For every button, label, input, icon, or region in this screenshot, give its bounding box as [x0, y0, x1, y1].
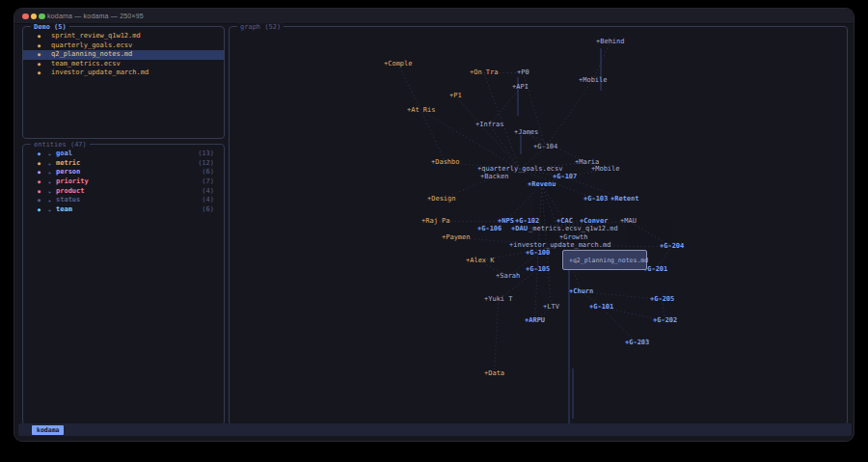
graph-node[interactable]: +Revenu — [528, 181, 556, 188]
entity-type-name: goal — [56, 149, 72, 159]
minimize-window-button[interactable] — [31, 14, 38, 20]
doc-name: investor_update_march.md — [51, 68, 149, 78]
entity-type-name: person — [56, 168, 80, 177]
selected-node-tooltip: +q2_planning_notes.md — [562, 250, 647, 270]
graph-node[interactable]: +Comple — [384, 61, 413, 68]
entity-type-name: product — [56, 187, 85, 197]
graph-node[interactable]: +Yuki T — [484, 296, 513, 303]
entities-panel: entities (47) ●▸goal(13)●▸metric(12)●▸pe… — [22, 144, 225, 425]
graph-node[interactable]: +Design — [427, 196, 456, 203]
entity-bullet-icon: ● — [38, 168, 41, 177]
entity-type-name: team — [56, 205, 72, 215]
graph-node[interactable]: +Behind — [596, 39, 625, 45]
graph-node[interactable]: +G-204 — [660, 243, 684, 250]
doc-bullet-icon: ● — [38, 68, 41, 78]
graph-node[interactable]: +investor_update_march.md — [509, 242, 610, 249]
graph-panel: graph (52) +Behind+Comple+On Tra+P0+Mobi… — [229, 26, 848, 425]
graph-node[interactable]: +quarterly_goals.ecsv — [477, 166, 563, 173]
graph-node[interactable]: +G-205 — [650, 296, 674, 303]
entity-type-row[interactable]: ●▸metric(12) — [23, 159, 224, 169]
selected-node-label: +q2_planning_notes.md — [569, 257, 648, 264]
graph-node[interactable]: +G-104 — [533, 144, 557, 150]
graph-node[interactable]: +Paymen — [442, 234, 471, 241]
doc-item[interactable]: ●quarterly_goals.ecsv — [23, 41, 224, 51]
entity-type-count: (12) — [198, 159, 214, 169]
graph-node[interactable]: +Mobile — [591, 166, 620, 173]
graph-node[interactable]: +Churn — [569, 288, 593, 295]
entity-type-row[interactable]: ●▸goal(13) — [23, 149, 224, 159]
graph-node[interactable]: +G-106 — [477, 226, 502, 232]
graph-node[interactable]: +API — [512, 84, 529, 91]
entity-bullet-icon: ● — [38, 177, 41, 187]
titlebar[interactable]: kodama — kodama — 250×95 — [14, 9, 854, 24]
graph-node[interactable]: +Dashbo — [431, 159, 460, 166]
chevron-right-icon: ▸ — [48, 149, 52, 159]
graph-node[interactable]: +NPS — [498, 218, 514, 225]
graph-node[interactable]: +Retent — [610, 196, 639, 203]
graph-node[interactable]: +MAU — [620, 218, 637, 225]
doc-name: q2_planning_notes.md — [51, 50, 132, 60]
doc-bullet-icon: ● — [38, 60, 41, 69]
graph-node[interactable]: +G-107 — [553, 174, 577, 180]
doc-item[interactable]: ●sprint_review_q1w12.md — [23, 32, 224, 41]
entity-type-row[interactable]: ●▸team(6) — [23, 205, 224, 215]
entities-panel-title: entities (47) — [31, 141, 90, 149]
graph-node[interactable]: +Backen — [480, 174, 509, 180]
graph-node[interactable]: +Growth — [559, 234, 588, 241]
mode-badge: kodama — [32, 425, 64, 435]
desktop-background: kodama — kodama — 250×95 Demo (5) ●sprin… — [0, 0, 868, 462]
graph-node[interactable]: +James — [514, 129, 538, 136]
doc-item[interactable]: ●team_metrics.ecsv — [23, 60, 224, 69]
entity-bullet-icon: ● — [38, 205, 41, 215]
entity-type-name: priority — [56, 177, 89, 187]
graph-node[interactable]: +P0 — [517, 69, 529, 76]
graph-node[interactable]: +On Tra — [470, 69, 499, 76]
entity-type-name: metric — [56, 159, 80, 169]
chevron-right-icon: ▸ — [48, 187, 52, 197]
entity-bullet-icon: ● — [38, 187, 41, 197]
doc-bullet-icon: ● — [38, 50, 41, 60]
graph-node[interactable]: +G-202 — [653, 317, 677, 324]
graph-node[interactable]: +G-105 — [526, 266, 550, 273]
window-title: kodama — kodama — 250×95 — [47, 13, 144, 19]
entity-type-count: (4) — [202, 187, 214, 197]
doc-name: sprint_review_q1w12.md — [51, 32, 141, 41]
close-window-button[interactable] — [22, 14, 29, 20]
graph-node[interactable]: +G-103 — [583, 196, 608, 203]
graph-node[interactable]: +ARPU — [525, 317, 545, 324]
entity-type-row[interactable]: ●▸status(4) — [23, 196, 224, 205]
graph-node[interactable]: +Sarah — [496, 273, 520, 280]
chevron-right-icon: ▸ — [48, 159, 52, 169]
graph-canvas[interactable]: +Behind+Comple+On Tra+P0+Mobile+API+P1+A… — [230, 27, 847, 424]
entity-type-row[interactable]: ●▸priority(7) — [23, 177, 224, 187]
graph-node[interactable]: +G-101 — [589, 304, 613, 311]
graph-node[interactable]: +Conver — [580, 218, 609, 225]
doc-name: team_metrics.ecsv — [51, 60, 121, 69]
docs-panel: Demo (5) ●sprint_review_q1w12.md●quarter… — [22, 26, 225, 139]
graph-node[interactable]: +Mobile — [579, 77, 608, 84]
graph-node[interactable]: +At Ris — [407, 107, 436, 114]
entity-type-count: (6) — [202, 205, 214, 215]
graph-node[interactable]: +G-102 — [515, 218, 539, 225]
doc-bullet-icon: ● — [38, 41, 41, 51]
graph-node[interactable]: _metrics.ecsv_q1w12.md — [529, 226, 618, 232]
doc-item[interactable]: ●q2_planning_notes.md — [23, 50, 224, 60]
entity-bullet-icon: ● — [38, 159, 41, 169]
entity-type-row[interactable]: ●▸person(6) — [23, 168, 224, 177]
graph-node[interactable]: +G-203 — [625, 340, 649, 346]
graph-node[interactable]: +Data — [484, 370, 504, 377]
graph-node[interactable]: +LTV — [543, 304, 559, 311]
graph-node[interactable]: +Raj Pa — [421, 218, 450, 225]
graph-node[interactable]: +DAU — [511, 226, 528, 232]
zoom-window-button[interactable] — [39, 14, 45, 20]
graph-node[interactable]: +G-100 — [526, 250, 550, 257]
docs-list: ●sprint_review_q1w12.md●quarterly_goals.… — [23, 32, 224, 78]
graph-node[interactable]: +Infras — [475, 122, 504, 128]
graph-node[interactable]: +P1 — [449, 93, 462, 99]
entity-bullet-icon: ● — [38, 149, 41, 159]
entity-type-row[interactable]: ●▸product(4) — [23, 187, 224, 197]
graph-node[interactable]: +CAC — [556, 218, 573, 225]
entity-bullet-icon: ● — [38, 196, 41, 205]
doc-item[interactable]: ●investor_update_march.md — [23, 68, 224, 78]
graph-node[interactable]: +Alex K — [466, 258, 495, 264]
